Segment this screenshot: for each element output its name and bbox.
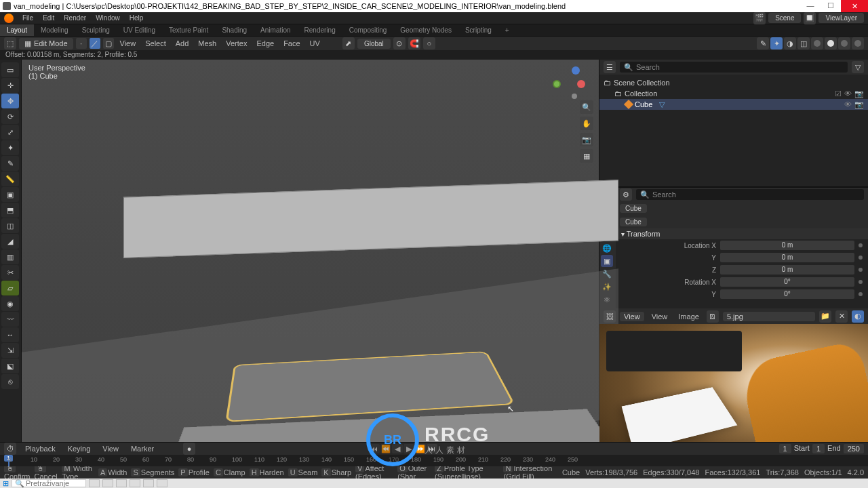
- properties-type-icon[interactable]: ⚙: [620, 188, 632, 201]
- outliner-filter-icon[interactable]: ▽: [852, 61, 864, 73]
- tool-select-box[interactable]: ▭: [1, 62, 19, 77]
- hmenu-mesh[interactable]: Mesh: [195, 39, 220, 47]
- properties-search[interactable]: 🔍 Search: [636, 189, 864, 200]
- menu-edit[interactable]: Edit: [38, 14, 59, 22]
- scene-dropdown[interactable]: Scene: [768, 13, 801, 23]
- ptab-object[interactable]: ▣: [601, 255, 613, 267]
- gizmo-toggle-icon[interactable]: ✦: [770, 37, 783, 49]
- snap-icon[interactable]: 🧲: [408, 37, 420, 49]
- lock-icon[interactable]: [859, 280, 863, 284]
- mesh-vis-icon[interactable]: ✎: [757, 37, 769, 49]
- tab-animation[interactable]: Animation: [254, 24, 297, 36]
- lock-icon[interactable]: [859, 243, 863, 247]
- outliner-search[interactable]: 🔍 Search: [620, 62, 848, 73]
- start-icon[interactable]: ⊞: [3, 479, 9, 488]
- prop-section-transform[interactable]: ▾ Transform: [616, 228, 868, 239]
- tl-view[interactable]: View: [99, 445, 122, 453]
- image-name-field[interactable]: 5.jpg: [723, 312, 815, 321]
- outliner-cube[interactable]: Cube ▽ 👁📷: [599, 99, 868, 110]
- tool-shear[interactable]: ⬕: [1, 359, 19, 373]
- 3d-viewport[interactable]: User Perspective (1) Cube 🔍 ✋ 📷 ▦ ↖: [22, 60, 599, 466]
- hmenu-select[interactable]: Select: [142, 39, 170, 47]
- tab-scripting[interactable]: Scripting: [458, 24, 498, 36]
- tool-loopcut[interactable]: ▥: [1, 249, 19, 264]
- scene-icon[interactable]: 🎬: [753, 12, 766, 24]
- prop-crumb-data[interactable]: Cube: [620, 218, 647, 226]
- tool-extrude[interactable]: ⬒: [1, 203, 19, 218]
- xray-icon[interactable]: ◫: [797, 37, 810, 49]
- tool-shrink[interactable]: ⇲: [1, 343, 19, 358]
- menu-window[interactable]: Window: [91, 14, 125, 22]
- menu-help[interactable]: Help: [125, 14, 149, 22]
- hmenu-add[interactable]: Add: [172, 39, 193, 47]
- tool-transform[interactable]: ✦: [1, 140, 19, 155]
- tool-rotate[interactable]: ⟳: [1, 109, 19, 124]
- task-app-icon[interactable]: [130, 479, 140, 487]
- tool-scale[interactable]: ⤢: [1, 125, 19, 140]
- hmenu-vertex[interactable]: Vertex: [222, 39, 250, 47]
- orientation-icon[interactable]: ⬈: [342, 37, 355, 49]
- autokey-icon[interactable]: ●: [183, 443, 195, 455]
- lock-icon[interactable]: [859, 292, 863, 296]
- task-app-icon[interactable]: [89, 479, 100, 487]
- tab-uvediting[interactable]: UV Editing: [117, 24, 162, 36]
- hmenu-uv[interactable]: UV: [307, 39, 323, 47]
- image-menu-view[interactable]: View: [648, 312, 671, 321]
- mode-dropdown[interactable]: ▦ Edit Mode: [19, 38, 73, 49]
- current-frame[interactable]: 1: [779, 444, 791, 453]
- tool-edgeslide[interactable]: ↔: [1, 327, 19, 342]
- tab-texturepaint[interactable]: Texture Paint: [162, 24, 215, 36]
- tab-rendering[interactable]: Rendering: [298, 24, 342, 36]
- editor-type-icon[interactable]: ⬚: [4, 37, 16, 49]
- outliner-collection[interactable]: 🗀 Collection ☑👁📷: [599, 88, 868, 99]
- matprev-shading-icon[interactable]: [838, 37, 850, 49]
- camera-small-icon[interactable]: 📷: [854, 100, 864, 109]
- orientation-dropdown[interactable]: Global: [357, 39, 391, 49]
- tl-keying[interactable]: Keying: [64, 445, 94, 453]
- tab-modeling[interactable]: Modeling: [34, 24, 75, 36]
- end-frame[interactable]: 250: [844, 444, 864, 453]
- hmenu-face[interactable]: Face: [280, 39, 303, 47]
- tab-geonodes[interactable]: Geometry Nodes: [393, 24, 458, 36]
- tool-measure[interactable]: 📏: [1, 171, 19, 186]
- image-menu-image[interactable]: Image: [675, 312, 703, 321]
- menu-render[interactable]: Render: [59, 14, 91, 22]
- tab-layout[interactable]: Layout: [0, 24, 34, 36]
- prop-crumb-obj[interactable]: Cube: [620, 204, 647, 213]
- tab-sculpting[interactable]: Sculpting: [75, 24, 117, 36]
- image-browse-icon[interactable]: 📁: [819, 310, 831, 323]
- tool-smooth[interactable]: 〰: [1, 312, 19, 327]
- hmenu-view[interactable]: View: [117, 39, 140, 47]
- face-select-icon[interactable]: ▢: [103, 38, 114, 49]
- wireframe-shading-icon[interactable]: [811, 37, 823, 49]
- task-app-icon[interactable]: [102, 479, 113, 487]
- start-frame[interactable]: 1: [812, 444, 825, 453]
- tab-compositing[interactable]: Compositing: [342, 24, 394, 36]
- solid-shading-icon[interactable]: [825, 37, 837, 49]
- image-unlink-icon[interactable]: ✕: [835, 310, 848, 323]
- task-app-icon[interactable]: [143, 479, 154, 487]
- eye-icon[interactable]: 👁: [844, 89, 852, 98]
- viewlayer-dropdown[interactable]: ViewLayer: [818, 13, 864, 23]
- edge-select-icon[interactable]: ／: [90, 38, 100, 49]
- rot-y-field[interactable]: 0°: [720, 289, 854, 299]
- window-maximize[interactable]: ☐: [821, 0, 841, 12]
- tool-inset[interactable]: ◫: [1, 218, 19, 233]
- lock-icon[interactable]: [859, 256, 863, 260]
- tool-knife[interactable]: ✂: [1, 265, 19, 280]
- ptab-world[interactable]: 🌐: [601, 242, 613, 254]
- loc-z-field[interactable]: 0 m: [720, 265, 854, 274]
- taskbar-search[interactable]: 🔍 Pretraživanje: [12, 479, 86, 487]
- timeline-type-icon[interactable]: ⏱: [4, 443, 16, 455]
- overlay-icon[interactable]: ◑: [784, 37, 796, 49]
- menu-file[interactable]: File: [18, 14, 38, 22]
- image-view-dd[interactable]: View: [620, 312, 644, 321]
- outliner-scene-collection[interactable]: 🗀 Scene Collection: [599, 77, 868, 88]
- image-display-icon[interactable]: ◐: [852, 310, 864, 323]
- hmenu-edge[interactable]: Edge: [253, 39, 277, 47]
- task-app-icon[interactable]: [157, 479, 167, 487]
- rendered-shading-icon[interactable]: [852, 37, 864, 49]
- loc-y-field[interactable]: 0 m: [720, 253, 854, 262]
- tool-rip[interactable]: ⎋: [1, 374, 19, 389]
- tab-add[interactable]: +: [498, 24, 516, 36]
